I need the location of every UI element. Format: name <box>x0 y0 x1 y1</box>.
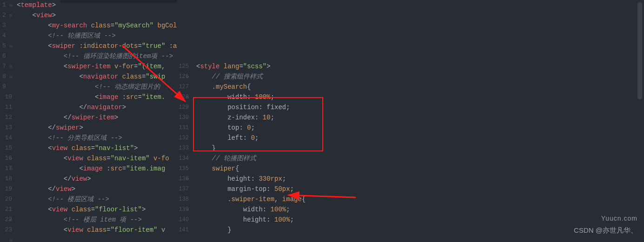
editor-pane-left: 1 ⊟2 ⊟3 4 5 ⊟6 7 ⊟8 ⊟9 10 11 12 13 14 15… <box>0 0 177 242</box>
line-number[interactable]: 7 ⊟ <box>0 61 12 72</box>
line-number[interactable]: 14 <box>0 133 12 143</box>
scrollbar-thumb[interactable] <box>637 2 642 99</box>
line-number[interactable]: 134 <box>177 153 189 164</box>
code-line[interactable]: </view> <box>17 184 177 194</box>
code-line[interactable] <box>196 10 644 20</box>
code-line[interactable]: height: 330rpx; <box>196 174 644 184</box>
line-number[interactable]: 6 <box>0 51 12 61</box>
code-line[interactable]: .swiper-item, image{ <box>196 194 644 204</box>
code-line[interactable] <box>196 31 644 41</box>
line-number[interactable]: 18 <box>0 174 12 184</box>
code-area-right[interactable]: <style lang="scss"> // 搜索组件样式 .mySearch{… <box>196 0 644 235</box>
code-line[interactable]: width: 100%; <box>196 92 644 102</box>
code-line[interactable]: <swiper-item v-for="(item, <box>17 61 177 72</box>
line-number[interactable]: 131 <box>177 123 189 133</box>
line-number[interactable]: 136 <box>177 174 189 184</box>
line-number[interactable]: 138 ⊟ <box>177 194 189 204</box>
code-line[interactable]: } <box>196 143 644 153</box>
line-number[interactable]: 132 <box>177 133 189 143</box>
code-line[interactable]: </view> <box>17 174 177 184</box>
line-number[interactable] <box>177 10 189 20</box>
line-number[interactable]: 130 <box>177 112 189 123</box>
line-number[interactable]: 12 <box>0 112 12 123</box>
line-number[interactable]: 23 ⊟ <box>0 225 12 235</box>
code-line[interactable]: left: 0; <box>196 133 644 143</box>
editor-pane-right: 125 ⊟126 127 ⊟128 129 130 131 132 133 13… <box>177 0 644 242</box>
line-number[interactable]: 126 <box>177 72 189 82</box>
line-number[interactable]: 140 <box>177 215 189 225</box>
code-line[interactable]: <!-- 楼层 item 项 --> <box>17 215 177 225</box>
line-number[interactable]: 22 <box>0 215 12 225</box>
line-number[interactable]: 128 <box>177 92 189 102</box>
line-number[interactable] <box>177 0 189 10</box>
line-number-gutter[interactable]: 1 ⊟2 ⊟3 4 5 ⊟6 7 ⊟8 ⊟9 10 11 12 13 14 15… <box>0 0 13 242</box>
line-number[interactable]: 11 <box>0 102 12 112</box>
code-line[interactable]: top: 0; <box>196 123 644 133</box>
line-number[interactable]: 129 <box>177 102 189 112</box>
code-line[interactable]: width: 100%; <box>196 204 644 215</box>
code-line[interactable]: margin-top: 50px; <box>196 184 644 194</box>
line-number[interactable]: 21 ⊟ <box>0 204 12 215</box>
line-number[interactable]: 3 <box>0 20 12 31</box>
code-line[interactable]: <view> <box>17 10 177 20</box>
code-line[interactable]: <navigator class="swip <box>17 72 177 82</box>
line-number[interactable]: 4 <box>0 31 12 41</box>
line-number[interactable]: 10 <box>0 92 12 102</box>
line-number[interactable] <box>177 31 189 41</box>
code-line[interactable]: </swiper> <box>17 123 177 133</box>
line-number[interactable]: 9 <box>0 82 12 92</box>
code-line[interactable]: <my-search class="mySearch" bgColor="pin… <box>17 20 177 31</box>
line-number[interactable]: 133 <box>177 143 189 153</box>
line-number[interactable]: 125 ⊟ <box>177 61 189 72</box>
code-line[interactable] <box>196 20 644 31</box>
line-number[interactable]: 8 ⊟ <box>0 72 12 82</box>
code-line[interactable]: <view class="nav-item" v-fo <box>17 153 177 164</box>
line-number[interactable]: 20 <box>0 194 12 204</box>
line-number[interactable]: 127 ⊟ <box>177 82 189 92</box>
line-number[interactable]: 13 <box>0 123 12 133</box>
code-line[interactable]: <view class="floor-list"> <box>17 204 177 215</box>
line-number[interactable]: 5 ⊟ <box>0 41 12 51</box>
code-line[interactable]: <!-- 循环渲染轮播图的item项 --> <box>17 51 177 61</box>
code-line[interactable]: <image :src="item.imag <box>17 164 177 174</box>
code-line[interactable]: <view class="floor-item" v <box>17 225 177 235</box>
code-line[interactable] <box>196 51 644 61</box>
line-number[interactable]: 19 <box>0 184 12 194</box>
vertical-scrollbar[interactable] <box>638 0 643 242</box>
line-number[interactable]: 16 ⊟ <box>0 153 12 164</box>
line-number[interactable] <box>177 51 189 61</box>
code-line[interactable] <box>196 0 644 10</box>
code-line[interactable]: z-index: 10; <box>196 112 644 123</box>
code-line[interactable]: </navigator> <box>17 102 177 112</box>
line-number[interactable]: 135 ⊟ <box>177 164 189 174</box>
watermark-site: Yuucn.com <box>601 213 637 223</box>
line-number[interactable]: 2 ⊟ <box>0 10 12 20</box>
line-number[interactable]: 139 <box>177 204 189 215</box>
code-line[interactable]: // 轮播图样式 <box>196 153 644 164</box>
code-line[interactable]: <swiper :indicator-dots="true" :autoplay… <box>17 41 177 51</box>
code-line[interactable]: .mySearch{ <box>196 82 644 92</box>
code-line[interactable]: position: fixed; <box>196 102 644 112</box>
code-line[interactable]: <view class="nav-list"> <box>17 143 177 153</box>
code-line[interactable]: </swiper-item> <box>17 112 177 123</box>
code-line[interactable]: <!-- 分类导航区域 --> <box>17 133 177 143</box>
code-line[interactable]: // 搜索组件样式 <box>196 72 644 82</box>
code-line[interactable]: <style lang="scss"> <box>196 61 644 72</box>
code-area-left[interactable]: <template> <view> <my-search class="mySe… <box>17 0 177 235</box>
code-line[interactable]: <!-- 动态绑定图片的 <box>17 82 177 92</box>
code-line[interactable]: <!-- 楼层区域 --> <box>17 194 177 204</box>
line-number[interactable]: 137 <box>177 184 189 194</box>
line-number[interactable] <box>177 20 189 31</box>
line-number[interactable]: 15 ⊟ <box>0 143 12 153</box>
code-line[interactable]: <!-- 轮播图区域 --> <box>17 31 177 41</box>
code-line[interactable]: height: 100%; <box>196 215 644 225</box>
line-number[interactable]: 1 ⊟ <box>0 0 12 10</box>
code-line[interactable]: swiper{ <box>196 164 644 174</box>
code-line[interactable]: <image :src="item. <box>17 92 177 102</box>
line-number[interactable]: 17 <box>0 164 12 174</box>
code-line[interactable]: <template> <box>17 0 177 10</box>
line-number-gutter[interactable]: 125 ⊟126 127 ⊟128 129 130 131 132 133 13… <box>177 0 191 242</box>
code-line[interactable] <box>196 41 644 51</box>
line-number[interactable] <box>177 41 189 51</box>
line-number[interactable]: 141 <box>177 225 189 235</box>
